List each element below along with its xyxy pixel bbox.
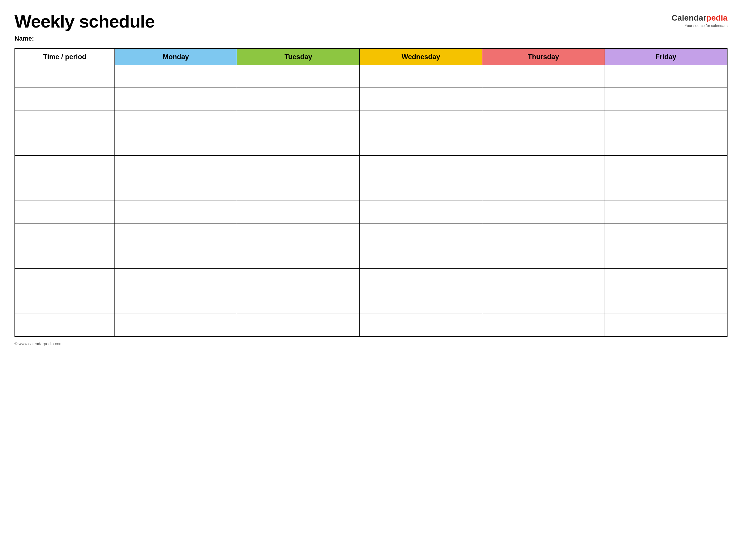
schedule-cell[interactable] <box>482 246 604 269</box>
schedule-cell[interactable] <box>360 110 482 133</box>
footer-url: © www.calendarpedia.com <box>14 342 728 346</box>
schedule-cell[interactable] <box>237 88 360 110</box>
schedule-cell[interactable] <box>604 178 727 201</box>
schedule-cell[interactable] <box>237 65 360 88</box>
col-header-tuesday: Tuesday <box>237 48 360 65</box>
time-cell[interactable] <box>15 291 114 314</box>
schedule-cell[interactable] <box>114 201 237 223</box>
logo-area: Calendarpedia Your source for calendars <box>672 13 728 28</box>
schedule-cell[interactable] <box>237 201 360 223</box>
time-cell[interactable] <box>15 133 114 156</box>
schedule-cell[interactable] <box>604 110 727 133</box>
title-section: Weekly schedule Name: <box>14 12 155 42</box>
table-row[interactable] <box>15 291 727 314</box>
table-row[interactable] <box>15 178 727 201</box>
time-cell[interactable] <box>15 178 114 201</box>
schedule-cell[interactable] <box>114 269 237 291</box>
schedule-cell[interactable] <box>360 133 482 156</box>
schedule-cell[interactable] <box>114 291 237 314</box>
schedule-cell[interactable] <box>360 291 482 314</box>
logo-calendar-text: Calendar <box>672 13 706 22</box>
schedule-cell[interactable] <box>604 223 727 246</box>
page-container: Weekly schedule Name: Calendarpedia Your… <box>14 12 728 346</box>
page-title: Weekly schedule <box>14 12 155 31</box>
table-row[interactable] <box>15 201 727 223</box>
time-cell[interactable] <box>15 65 114 88</box>
col-header-monday: Monday <box>114 48 237 65</box>
time-cell[interactable] <box>15 88 114 110</box>
schedule-cell[interactable] <box>114 110 237 133</box>
table-row[interactable] <box>15 65 727 88</box>
schedule-cell[interactable] <box>237 269 360 291</box>
table-row[interactable] <box>15 246 727 269</box>
time-cell[interactable] <box>15 314 114 337</box>
logo-tagline: Your source for calendars <box>685 23 728 28</box>
schedule-cell[interactable] <box>360 223 482 246</box>
schedule-cell[interactable] <box>237 246 360 269</box>
schedule-cell[interactable] <box>360 314 482 337</box>
col-header-thursday: Thursday <box>482 48 604 65</box>
time-cell[interactable] <box>15 201 114 223</box>
schedule-cell[interactable] <box>114 156 237 178</box>
schedule-cell[interactable] <box>482 314 604 337</box>
schedule-cell[interactable] <box>482 201 604 223</box>
logo-pedia-text: pedia <box>706 13 728 22</box>
table-row[interactable] <box>15 269 727 291</box>
schedule-cell[interactable] <box>237 178 360 201</box>
time-cell[interactable] <box>15 156 114 178</box>
schedule-cell[interactable] <box>360 65 482 88</box>
schedule-cell[interactable] <box>604 156 727 178</box>
schedule-cell[interactable] <box>360 88 482 110</box>
table-body <box>15 65 727 337</box>
col-header-time: Time / period <box>15 48 114 65</box>
schedule-cell[interactable] <box>360 156 482 178</box>
schedule-cell[interactable] <box>482 223 604 246</box>
table-row[interactable] <box>15 110 727 133</box>
schedule-cell[interactable] <box>482 269 604 291</box>
schedule-cell[interactable] <box>114 314 237 337</box>
schedule-cell[interactable] <box>360 178 482 201</box>
schedule-cell[interactable] <box>237 110 360 133</box>
schedule-cell[interactable] <box>604 291 727 314</box>
table-row[interactable] <box>15 133 727 156</box>
schedule-cell[interactable] <box>482 178 604 201</box>
schedule-cell[interactable] <box>114 65 237 88</box>
schedule-cell[interactable] <box>604 201 727 223</box>
time-cell[interactable] <box>15 223 114 246</box>
schedule-cell[interactable] <box>604 65 727 88</box>
schedule-cell[interactable] <box>237 156 360 178</box>
schedule-cell[interactable] <box>114 246 237 269</box>
schedule-cell[interactable] <box>114 178 237 201</box>
schedule-cell[interactable] <box>604 133 727 156</box>
logo-text: Calendarpedia <box>672 13 728 23</box>
schedule-cell[interactable] <box>360 269 482 291</box>
schedule-cell[interactable] <box>114 133 237 156</box>
col-header-friday: Friday <box>604 48 727 65</box>
schedule-cell[interactable] <box>360 201 482 223</box>
table-row[interactable] <box>15 156 727 178</box>
schedule-cell[interactable] <box>237 133 360 156</box>
schedule-cell[interactable] <box>482 110 604 133</box>
table-row[interactable] <box>15 88 727 110</box>
schedule-cell[interactable] <box>482 156 604 178</box>
schedule-cell[interactable] <box>114 223 237 246</box>
schedule-table: Time / period Monday Tuesday Wednesday T… <box>14 48 728 337</box>
time-cell[interactable] <box>15 110 114 133</box>
table-row[interactable] <box>15 314 727 337</box>
schedule-cell[interactable] <box>360 246 482 269</box>
schedule-cell[interactable] <box>604 246 727 269</box>
schedule-cell[interactable] <box>604 88 727 110</box>
schedule-cell[interactable] <box>482 133 604 156</box>
schedule-cell[interactable] <box>482 65 604 88</box>
schedule-cell[interactable] <box>604 269 727 291</box>
schedule-cell[interactable] <box>604 314 727 337</box>
schedule-cell[interactable] <box>237 223 360 246</box>
schedule-cell[interactable] <box>237 314 360 337</box>
schedule-cell[interactable] <box>482 291 604 314</box>
schedule-cell[interactable] <box>114 88 237 110</box>
schedule-cell[interactable] <box>482 88 604 110</box>
time-cell[interactable] <box>15 269 114 291</box>
schedule-cell[interactable] <box>237 291 360 314</box>
time-cell[interactable] <box>15 246 114 269</box>
table-row[interactable] <box>15 223 727 246</box>
